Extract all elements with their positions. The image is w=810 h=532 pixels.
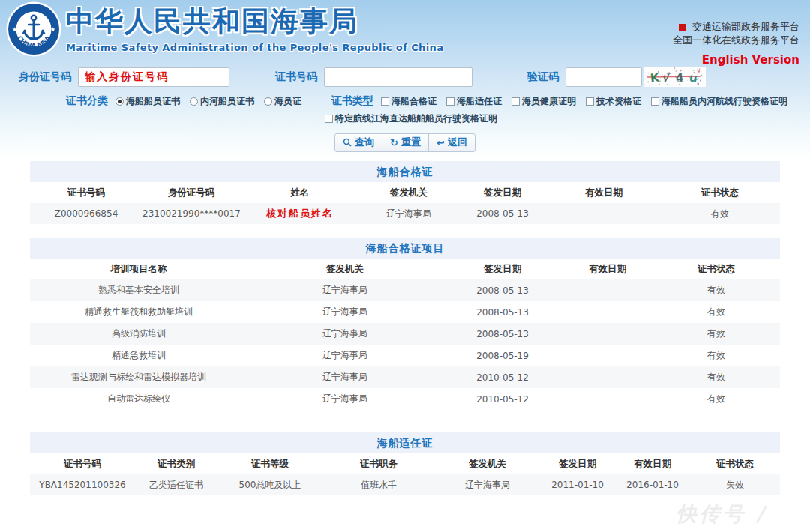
checkbox-icon[interactable] (651, 97, 659, 106)
captcha-label: 验证码 (527, 70, 559, 84)
checkbox-icon[interactable] (381, 97, 389, 106)
radio-label: 内河船员证书 (200, 95, 254, 108)
id-number-label: 身份证号码 (19, 70, 71, 84)
radio-label: 海船船员证书 (126, 95, 180, 108)
table-row: 自动雷达标绘仪辽宁海事局2010-05-12有效 (30, 388, 780, 410)
type-checkbox-海员健康证明[interactable]: 海员健康证明 (512, 95, 576, 108)
table-row: Z00009668542310021990****0017核对船员姓名辽宁海事局… (30, 203, 780, 224)
platform-line-1: 交通运输部政务服务平台 (673, 20, 800, 34)
table-header-cell: 有效日期 (615, 458, 690, 471)
checkbox-label: 海员健康证明 (522, 95, 576, 108)
table-cell: Z0000966854 (30, 208, 142, 219)
checkbox-label: 特定航线江海直达船舶船员行驶资格证明 (335, 112, 497, 125)
table-cell: 2008-05-13 (442, 329, 562, 339)
table-title: 海船适任证 (30, 432, 780, 453)
red-square-icon (679, 24, 686, 31)
table-header-cell: 签发机关 (435, 458, 540, 471)
radio-label: 海员证 (274, 95, 302, 108)
table-header-cell: 有效日期 (562, 263, 652, 276)
table-cell: 500总吨及以上 (218, 479, 322, 492)
table-cell: 有效 (652, 327, 780, 340)
type-checkbox-海船合格证[interactable]: 海船合格证 (381, 95, 436, 108)
reset-button[interactable]: ↻ 重置 (382, 133, 429, 152)
type-checkbox-group-1: 海船合格证海船适任证海员健康证明技术资格证海船船员内河航线行驶资格证明 (381, 95, 797, 108)
type-checkbox-海船适任证[interactable]: 海船适任证 (446, 95, 502, 108)
table-row: 熟悉和基本安全培训辽宁海事局2008-05-13有效 (30, 279, 780, 301)
platform-line-1-text: 交通运输部政务服务平台 (692, 21, 800, 32)
id-number-input[interactable] (78, 67, 230, 87)
checkbox-icon[interactable] (512, 97, 520, 106)
cert-number-label: 证书号码 (275, 70, 317, 84)
type-checkbox-group-2: 特定航线江海直达船舶船员行驶资格证明 (325, 112, 507, 125)
table-cell: 自动雷达标绘仪 (30, 393, 248, 405)
table-body: 熟悉和基本安全培训辽宁海事局2008-05-13有效精通救生艇筏和救助艇培训辽宁… (30, 279, 780, 410)
table-cell: 失效 (690, 479, 780, 492)
table-header-cell: 有效日期 (548, 187, 660, 199)
table-cell: 2310021990****0017 (142, 208, 240, 219)
table-cell: 2016-01-10 (615, 480, 690, 490)
table-cell: 2011-01-10 (540, 480, 615, 490)
table-header-cell: 证书状态 (660, 187, 780, 199)
table-header-cell: 签发日期 (458, 187, 548, 199)
button-group: 查询 ↻ 重置 ↩ 返回 (334, 133, 476, 152)
masthead: ★ ★ CHINA MSA 中华人民共和国海事局 Maritime Safety… (0, 0, 810, 64)
table-row: 精通急救培训辽宁海事局2008-05-19有效 (30, 345, 780, 366)
back-button[interactable]: ↩ 返回 (428, 133, 476, 152)
header-right: 交通运输部政务服务平台 全国一体化在线政务服务平台 English Versio… (673, 20, 800, 67)
type-checkbox-技术资格证[interactable]: 技术资格证 (586, 95, 641, 108)
table-row: 雷达观测与标绘和雷达模拟器培训辽宁海事局2010-05-12有效 (30, 366, 780, 388)
form-row-category-type: 证书分类 海船船员证书内河船员证书海员证 证书类型 海船合格证海船适任证海员健康… (0, 93, 810, 109)
back-icon: ↩ (436, 138, 445, 148)
table-cell: 2008-05-13 (442, 307, 562, 318)
china-msa-logo-icon: ★ ★ CHINA MSA (6, 1, 62, 57)
title-block: 中华人民共和国海事局 Maritime Safety Administratio… (66, 3, 443, 53)
category-radio-海船船员证书[interactable]: 海船船员证书 (116, 95, 180, 108)
table-cell: 辽宁海事局 (360, 208, 458, 220)
cert-number-input[interactable] (324, 67, 472, 87)
table-body: Z00009668542310021990****0017核对船员姓名辽宁海事局… (30, 203, 780, 224)
table-header-cell: 签发日期 (540, 458, 615, 471)
table-cell: 有效 (660, 208, 780, 220)
table-cell: 雷达观测与标绘和雷达模拟器培训 (30, 371, 248, 384)
category-label: 证书分类 (66, 94, 108, 108)
category-radio-内河船员证书[interactable]: 内河船员证书 (190, 95, 254, 108)
table-sea-certificate: 海船合格证 证书号码身份证号码姓名签发机关签发日期有效日期证书状态 Z00009… (30, 161, 780, 224)
site-title: 中华人民共和国海事局 (66, 3, 443, 40)
table-header-cell: 证书号码 (30, 187, 142, 199)
table-cell: 2008-05-13 (458, 208, 548, 219)
radio-icon[interactable] (264, 97, 272, 106)
search-button-label: 查询 (355, 136, 374, 149)
type-checkbox-海船船员内河航线行驶资格证明[interactable]: 海船船员内河航线行驶资格证明 (651, 95, 788, 108)
checkbox-icon[interactable] (325, 115, 333, 123)
form-row-type-2: 特定航线江海直达船舶船员行驶资格证明 (0, 111, 810, 126)
table-header-cell: 证书状态 (652, 263, 780, 276)
table-title: 海船合格证 (30, 161, 780, 182)
type-checkbox-特定航线江海直达船舶船员行驶资格证明[interactable]: 特定航线江海直达船舶船员行驶资格证明 (325, 112, 497, 125)
captcha-input[interactable] (566, 67, 642, 87)
captcha-char: 4 (675, 71, 684, 85)
category-radio-海员证[interactable]: 海员证 (264, 95, 302, 108)
search-icon (343, 138, 352, 147)
table-cell: 有效 (652, 284, 780, 297)
svg-text:★: ★ (12, 26, 17, 33)
table-header-cell: 签发机关 (248, 263, 442, 276)
table-cell: 辽宁海事局 (248, 371, 442, 384)
checkbox-icon[interactable] (586, 97, 594, 106)
form-actions: 查询 ↻ 重置 ↩ 返回 (0, 133, 810, 152)
table-cell: 核对船员姓名 (240, 207, 360, 220)
table-cell: 辽宁海事局 (435, 479, 540, 492)
checkbox-label: 海船合格证 (392, 95, 436, 108)
type-label: 证书类型 (332, 94, 374, 108)
checkbox-icon[interactable] (446, 97, 454, 106)
radio-icon[interactable] (116, 97, 124, 106)
table-header-row: 证书号码身份证号码姓名签发机关签发日期有效日期证书状态 (30, 182, 780, 203)
english-version-link[interactable]: English Version (673, 53, 800, 67)
search-button[interactable]: 查询 (334, 133, 382, 152)
table-header-cell: 证书等级 (218, 458, 322, 471)
page-header: ★ ★ CHINA MSA 中华人民共和国海事局 Maritime Safety… (0, 0, 810, 161)
table-cell: 2008-05-19 (442, 351, 562, 361)
table-cell: 辽宁海事局 (248, 393, 442, 405)
radio-icon[interactable] (190, 97, 198, 106)
platform-line-2: 全国一体化在线政务服务平台 (673, 34, 800, 47)
captcha-image[interactable]: K √ 4 u (644, 67, 706, 87)
